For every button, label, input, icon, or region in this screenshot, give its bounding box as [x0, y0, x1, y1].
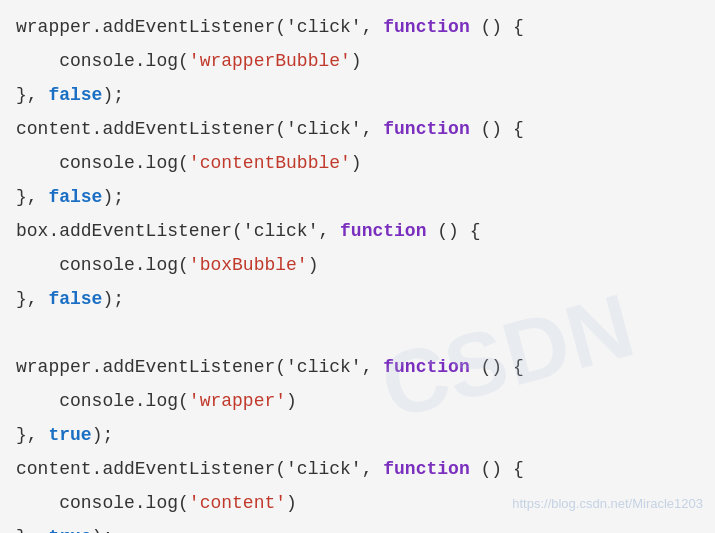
code-line: wrapper.addEventListener('click', functi… [16, 10, 699, 44]
code-line: console.log('wrapperBubble') [16, 44, 699, 78]
code-line: }, false); [16, 180, 699, 214]
keyword-true: true [48, 527, 91, 533]
code-line: }, false); [16, 78, 699, 112]
code-text: content.addEventListener('click', [16, 459, 383, 479]
code-text: wrapper.addEventListener('click', [16, 357, 383, 377]
code-line [16, 316, 699, 350]
code-content: wrapper.addEventListener('click', functi… [16, 10, 699, 533]
keyword-function: function [383, 459, 469, 479]
code-line: console.log('wrapper') [16, 384, 699, 418]
code-text: console.log( [16, 153, 189, 173]
code-text: }, [16, 425, 48, 445]
code-text: console.log( [16, 493, 189, 513]
code-line: }, false); [16, 282, 699, 316]
code-line: content.addEventListener('click', functi… [16, 112, 699, 146]
code-text: }, [16, 527, 48, 533]
keyword-true: true [48, 425, 91, 445]
code-text: ); [102, 187, 124, 207]
code-text: () { [470, 459, 524, 479]
code-line: wrapper.addEventListener('click', functi… [16, 350, 699, 384]
code-text: console.log( [16, 391, 189, 411]
keyword-function: function [383, 17, 469, 37]
code-text: () { [470, 17, 524, 37]
keyword-false: false [48, 85, 102, 105]
code-text: console.log( [16, 51, 189, 71]
string-literal: 'wrapper' [189, 391, 286, 411]
code-line: console.log('contentBubble') [16, 146, 699, 180]
keyword-function: function [383, 357, 469, 377]
keyword-function: function [383, 119, 469, 139]
code-text: }, [16, 187, 48, 207]
code-text: ); [102, 289, 124, 309]
code-text: }, [16, 85, 48, 105]
code-line: content.addEventListener('click', functi… [16, 452, 699, 486]
code-text: console.log( [16, 255, 189, 275]
code-text: () { [470, 119, 524, 139]
code-text: ) [286, 391, 297, 411]
string-literal: 'boxBubble' [189, 255, 308, 275]
code-text: ) [286, 493, 297, 513]
code-text: }, [16, 289, 48, 309]
string-literal: 'wrapperBubble' [189, 51, 351, 71]
code-line: box.addEventListener('click', function (… [16, 214, 699, 248]
keyword-function: function [340, 221, 426, 241]
watermark-text: https://blog.csdn.net/Miracle1203 [512, 487, 703, 521]
string-literal: 'contentBubble' [189, 153, 351, 173]
code-text: ); [92, 425, 114, 445]
code-text: ); [102, 85, 124, 105]
code-line: }, true); [16, 418, 699, 452]
code-text: ) [351, 153, 362, 173]
code-text: box.addEventListener('click', [16, 221, 340, 241]
code-text: ); [92, 527, 114, 533]
string-literal: 'content' [189, 493, 286, 513]
keyword-false: false [48, 289, 102, 309]
code-text: ) [351, 51, 362, 71]
code-line: }, true); [16, 520, 699, 533]
code-text: content.addEventListener('click', [16, 119, 383, 139]
code-line: console.log('boxBubble') [16, 248, 699, 282]
code-text: wrapper.addEventListener('click', [16, 17, 383, 37]
code-text: () { [470, 357, 524, 377]
keyword-false: false [48, 187, 102, 207]
code-text: () { [426, 221, 480, 241]
code-text: ) [308, 255, 319, 275]
code-editor: CSDN wrapper.addEventListener('click', f… [0, 0, 715, 533]
